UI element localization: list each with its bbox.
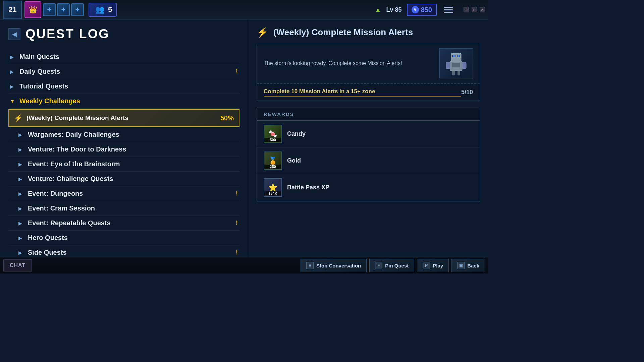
stop-conversation-button[interactable]: ■ Stop Conversation	[301, 259, 367, 272]
chevron-down-icon: ▼	[10, 99, 15, 104]
hamburger-menu-button[interactable]	[442, 3, 455, 16]
bottom-actions: ■ Stop Conversation F Pin Quest P Play ▣…	[301, 259, 485, 272]
pin-quest-button[interactable]: F Pin Quest	[369, 259, 414, 272]
quest-item-icon: ⚡	[14, 114, 22, 122]
close-button[interactable]: ✕	[480, 7, 485, 12]
category-label: Event: Eye of the Brainstorm	[28, 160, 238, 168]
sub-category-wargames[interactable]: ▶ Wargames: Daily Challenges	[8, 127, 239, 142]
gold-amount: 250	[264, 165, 281, 169]
quest-log-header: ◀ QUEST LOG	[8, 27, 239, 41]
quest-description-text: The storm's looking rowdy. Complete some…	[264, 60, 439, 66]
reward-item-gold: 🏅 250 Gold	[257, 147, 480, 174]
category-label: Wargames: Daily Challenges	[28, 131, 238, 138]
chevron-icon: ▶	[18, 206, 24, 211]
hamburger-line-1	[444, 7, 453, 8]
category-daily-quests[interactable]: ▶ Daily Quests !	[8, 64, 239, 79]
chevron-icon: ▶	[10, 69, 15, 74]
add-button-2[interactable]: +	[57, 3, 70, 16]
quest-detail-icon: ⚡	[257, 27, 268, 38]
chevron-icon: ▶	[18, 235, 24, 241]
sub-category-side-quests[interactable]: ▶ Side Quests !	[8, 245, 239, 257]
xp-label: Battle Pass XP	[287, 184, 329, 191]
top-bar: 21 👑 + + + 👥 5 ▲ Lv 85 V 850 — □ ✕	[0, 0, 488, 20]
chevron-icon: ▶	[18, 191, 24, 196]
category-label-expanded: Weekly Challenges	[19, 97, 238, 105]
level-info: Lv 85	[386, 6, 402, 13]
back-label: Back	[467, 263, 479, 268]
robot-svg	[443, 50, 470, 77]
chevron-icon: ▶	[18, 162, 24, 167]
crown-icon[interactable]: 👑	[24, 1, 41, 18]
add-button-3[interactable]: +	[71, 3, 84, 16]
sub-category-venture-door[interactable]: ▶ Venture: The Door to Darkness	[8, 142, 239, 157]
back-button[interactable]: ◀	[8, 28, 20, 40]
left-panel: ◀ QUEST LOG ▶ Main Quests ▶ Daily Quests…	[0, 20, 248, 257]
maximize-button[interactable]: □	[472, 7, 477, 12]
top-right-controls: ▲ Lv 85 V 850 — □ ✕	[375, 3, 485, 16]
badge-icon: !	[236, 220, 238, 227]
badge-icon: !	[236, 190, 238, 197]
gold-label: Gold	[287, 157, 301, 164]
right-panel: ⚡ (Weekly) Complete Mission Alerts The s…	[248, 20, 488, 257]
category-weekly-challenges[interactable]: ▼ Weekly Challenges	[8, 94, 239, 109]
quest-item-percent: 50%	[220, 114, 234, 122]
sub-category-event-cram[interactable]: ▶ Event: Cram Session	[8, 201, 239, 216]
sub-category-event-repeatable[interactable]: ▶ Event: Repeatable Quests !	[8, 216, 239, 231]
sub-category-event-eye[interactable]: ▶ Event: Eye of the Brainstorm	[8, 157, 239, 172]
candy-amount: 500	[264, 138, 281, 142]
play-button[interactable]: P Play	[417, 259, 449, 272]
svg-rect-7	[446, 62, 450, 69]
category-label: Side Quests	[28, 249, 236, 256]
team-count: 5	[108, 5, 112, 14]
back-button-bottom[interactable]: ▣ Back	[451, 259, 485, 272]
svg-rect-10	[458, 71, 460, 75]
pin-quest-label: Pin Quest	[385, 263, 409, 268]
vbucks-display[interactable]: V 850	[407, 4, 437, 16]
category-main-quests[interactable]: ▶ Main Quests	[8, 50, 239, 64]
category-label: Main Quests	[19, 53, 238, 61]
svg-rect-0	[451, 53, 461, 62]
badge-icon: !	[236, 68, 238, 75]
svg-rect-9	[452, 71, 455, 75]
category-label: Venture: The Door to Darkness	[28, 145, 238, 153]
chat-button[interactable]: CHAT	[3, 259, 32, 272]
chevron-icon: ▶	[18, 221, 24, 226]
rewards-section: REWARDS 🍬 500 Candy 🏅 250 Gold	[257, 108, 480, 201]
sub-category-event-dungeons[interactable]: ▶ Event: Dungeons !	[8, 186, 239, 201]
rewards-header: REWARDS	[257, 108, 480, 121]
team-icon: 👥	[95, 5, 104, 14]
vbucks-icon: V	[412, 6, 419, 13]
sub-category-hero-quests[interactable]: ▶ Hero Quests	[8, 231, 239, 245]
svg-rect-6	[452, 63, 460, 67]
chevron-icon: ▶	[10, 84, 15, 89]
gold-icon: 🏅	[268, 157, 277, 165]
quest-item-name: (Weekly) Complete Mission Alerts	[26, 114, 220, 122]
stop-conversation-label: Stop Conversation	[316, 263, 361, 268]
vbucks-amount: 850	[421, 6, 432, 14]
reward-item-xp: ⭐ 164K Battle Pass XP	[257, 174, 480, 201]
minimize-button[interactable]: —	[464, 7, 469, 12]
sub-category-venture-challenge[interactable]: ▶ Venture: Challenge Quests	[8, 172, 239, 186]
category-label: Tutorial Quests	[19, 82, 238, 90]
chevron-icon: ▶	[18, 250, 24, 255]
quest-detail-header: ⚡ (Weekly) Complete Mission Alerts	[257, 27, 480, 38]
hamburger-line-2	[444, 9, 453, 10]
quest-log-title: QUEST LOG	[25, 27, 110, 41]
quest-item-weekly-mission[interactable]: ⚡ (Weekly) Complete Mission Alerts 50%	[8, 109, 239, 127]
svg-point-4	[458, 55, 460, 57]
quest-objective-row: Complete 10 Mission Alerts in a 15+ zone…	[257, 84, 480, 101]
chevron-icon: ▶	[18, 147, 24, 152]
badge-icon: !	[236, 249, 238, 256]
team-button[interactable]: 👥 5	[89, 3, 117, 17]
reward-icon-candy: 🍬 500	[264, 125, 282, 143]
stop-key-icon: ■	[306, 262, 314, 269]
chevron-icon: ▶	[18, 176, 24, 182]
category-tutorial-quests[interactable]: ▶ Tutorial Quests	[8, 79, 239, 94]
play-label: Play	[433, 263, 443, 268]
play-key-icon: P	[423, 262, 430, 269]
add-button-1[interactable]: +	[43, 3, 56, 16]
quest-detail-title: (Weekly) Complete Mission Alerts	[273, 27, 413, 38]
xp-amount: 164K	[264, 191, 281, 195]
category-label: Hero Quests	[28, 234, 238, 242]
chevron-icon: ▶	[18, 132, 24, 137]
